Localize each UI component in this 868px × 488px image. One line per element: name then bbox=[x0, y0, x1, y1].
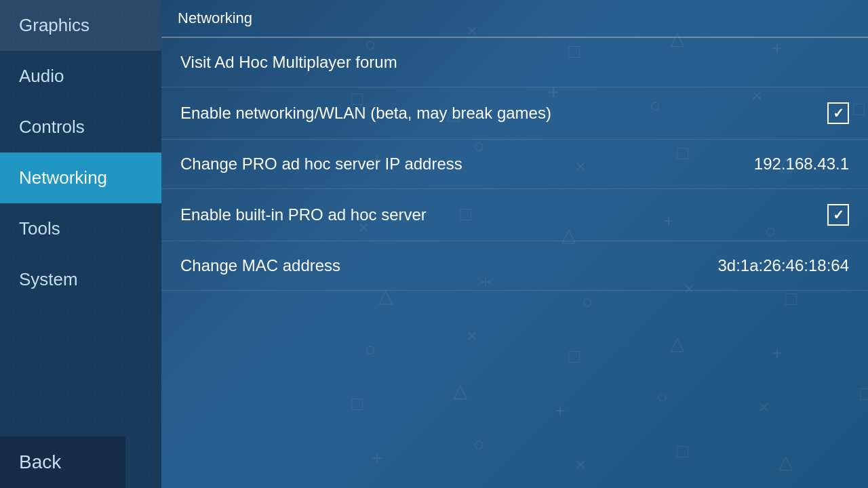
psp-symbol: △ bbox=[778, 451, 793, 473]
settings-list: Visit Ad Hoc Multiplayer forumEnable net… bbox=[161, 38, 868, 291]
settings-label-change-mac: Change MAC address bbox=[180, 256, 704, 275]
settings-label-enable-networking: Enable networking/WLAN (beta, may break … bbox=[180, 104, 814, 123]
psp-symbol: × bbox=[467, 325, 477, 347]
psp-symbol: × bbox=[758, 396, 769, 418]
settings-item-change-pro-ip[interactable]: Change PRO ad hoc server IP address192.1… bbox=[161, 140, 868, 189]
settings-item-visit-adhoc[interactable]: Visit Ad Hoc Multiplayer forum bbox=[161, 38, 868, 87]
settings-item-enable-networking[interactable]: Enable networking/WLAN (beta, may break … bbox=[161, 87, 868, 140]
sidebar-item-tools[interactable]: Tools bbox=[0, 203, 161, 254]
sidebar-item-networking[interactable]: Networking bbox=[0, 152, 161, 203]
back-label: Back bbox=[19, 451, 61, 472]
psp-symbol: + bbox=[772, 342, 783, 364]
back-button[interactable]: Back bbox=[0, 436, 125, 488]
sidebar: GraphicsAudioControlsNetworkingToolsSyst… bbox=[0, 0, 161, 488]
value-change-pro-ip: 192.168.43.1 bbox=[754, 155, 849, 174]
psp-symbol: × bbox=[575, 454, 586, 476]
settings-label-enable-pro-server: Enable built-in PRO ad hoc server bbox=[180, 205, 814, 224]
sidebar-item-controls[interactable]: Controls bbox=[0, 102, 161, 152]
checkbox-enable-pro-server[interactable] bbox=[827, 204, 849, 226]
psp-symbol: + bbox=[372, 447, 382, 469]
psp-symbol: □ bbox=[351, 393, 363, 415]
psp-symbol: + bbox=[555, 400, 566, 422]
psp-symbol: ○ bbox=[656, 386, 668, 408]
checkbox-enable-networking[interactable] bbox=[827, 102, 849, 124]
psp-symbol: ○ bbox=[365, 339, 376, 361]
psp-symbol: ○ bbox=[582, 291, 593, 313]
sidebar-item-graphics[interactable]: Graphics bbox=[0, 0, 161, 51]
section-header: Networking bbox=[161, 0, 868, 38]
settings-item-enable-pro-server[interactable]: Enable built-in PRO ad hoc server bbox=[161, 189, 868, 241]
psp-symbol: □ bbox=[568, 346, 580, 367]
psp-symbol: □ bbox=[785, 288, 797, 310]
main-content: ○×□△+○×□△+○×□△+○×□△+○×□△+○×□△+○×□△+○×□△+… bbox=[161, 0, 868, 488]
psp-symbol: ○ bbox=[473, 434, 485, 455]
value-change-mac: 3d:1a:26:46:18:64 bbox=[717, 256, 849, 275]
psp-symbol: □ bbox=[860, 383, 868, 405]
psp-symbol: △ bbox=[453, 380, 468, 402]
header-title: Networking bbox=[178, 9, 252, 26]
psp-symbol: □ bbox=[677, 441, 688, 462]
sidebar-item-system[interactable]: System bbox=[0, 254, 161, 305]
settings-label-change-pro-ip: Change PRO ad hoc server IP address bbox=[180, 155, 741, 174]
sidebar-item-audio[interactable]: Audio bbox=[0, 51, 161, 102]
psp-symbol: △ bbox=[670, 332, 685, 354]
settings-label-visit-adhoc: Visit Ad Hoc Multiplayer forum bbox=[180, 53, 849, 72]
settings-item-change-mac[interactable]: Change MAC address3d:1a:26:46:18:64 bbox=[161, 241, 868, 291]
